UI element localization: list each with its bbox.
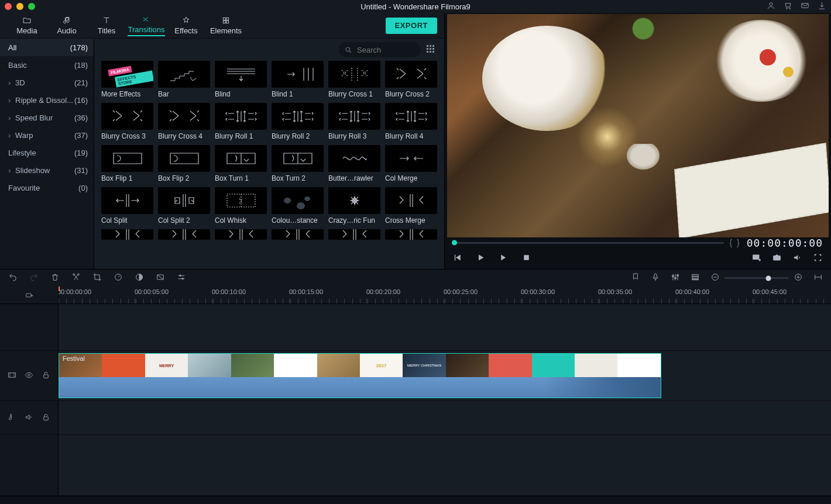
account-icon[interactable] <box>767 1 775 12</box>
tab-elements[interactable]: Elements <box>206 13 246 39</box>
preview-scrubber[interactable] <box>453 242 724 244</box>
transition-item[interactable]: Cross Merge <box>385 187 437 225</box>
track-mute-toggle[interactable] <box>25 413 33 423</box>
category-item[interactable]: Basic(18) <box>0 56 94 74</box>
timeline-scrollbar[interactable] <box>0 496 831 504</box>
transition-item[interactable]: Box Flip 1 <box>101 145 153 182</box>
track-lock-toggle[interactable] <box>42 371 50 381</box>
preview-video[interactable] <box>447 14 829 237</box>
transition-item[interactable]: Blurry Cross 3 <box>101 103 153 140</box>
ruler-tick: 00:00:15:00 <box>289 288 323 295</box>
minimize-window-button[interactable] <box>16 3 23 10</box>
search-input[interactable] <box>356 45 414 55</box>
category-item[interactable]: ›Ripple & Dissol...(16) <box>0 91 94 109</box>
category-item[interactable]: Favourite(0) <box>0 179 94 196</box>
mixer-button[interactable] <box>671 272 680 284</box>
track-empty[interactable] <box>59 304 831 350</box>
category-item[interactable]: ›Speed Blur(36) <box>0 109 94 126</box>
speed-button[interactable] <box>114 272 123 284</box>
category-item[interactable]: Lifestyle(19) <box>0 144 94 161</box>
tab-titles[interactable]: Titles <box>87 13 126 39</box>
tab-effects[interactable]: Effects <box>166 13 206 39</box>
grid-view-icon[interactable] <box>427 45 436 54</box>
greenscreen-button[interactable] <box>156 272 165 284</box>
zoom-fit-button[interactable] <box>813 272 823 284</box>
snapshot-icon[interactable] <box>772 253 782 264</box>
transition-label: Crazy…ric Fun <box>328 216 380 225</box>
close-window-button[interactable] <box>5 3 12 10</box>
volume-icon[interactable] <box>792 253 802 264</box>
transition-item[interactable]: Crazy…ric Fun <box>328 187 380 225</box>
zoom-in-button[interactable] <box>794 272 803 284</box>
category-item[interactable]: ›Warp(37) <box>0 126 94 144</box>
transition-item[interactable]: Blurry Roll 2 <box>272 103 324 140</box>
transition-item[interactable]: Blurry Roll 4 <box>385 103 437 140</box>
transition-item[interactable]: Box Turn 2 <box>272 145 324 182</box>
transition-item[interactable]: Box Flip 2 <box>158 145 210 182</box>
transition-item[interactable]: FILMORAEFFECTS STOREMore Effects <box>101 61 153 98</box>
transition-item[interactable]: Blurry Cross 1 <box>328 61 380 98</box>
prev-frame-button[interactable] <box>453 253 463 264</box>
transition-item[interactable]: Blurry Roll 3 <box>328 103 380 140</box>
transition-item[interactable]: Butter…rawler <box>328 145 380 182</box>
zoom-slider[interactable] <box>724 277 789 279</box>
category-item[interactable]: All(178) <box>0 39 94 56</box>
color-button[interactable] <box>135 272 144 284</box>
redo-button[interactable] <box>29 272 39 284</box>
mail-icon[interactable] <box>801 1 809 12</box>
crop-button[interactable] <box>92 272 102 284</box>
tab-media[interactable]: Media <box>7 13 47 39</box>
transition-item[interactable]: Blurry Cross 4 <box>158 103 210 140</box>
transition-item[interactable] <box>215 229 267 240</box>
video-clip[interactable]: Festival MERRY 2017 MERRY CHRISTMAS <box>59 353 661 398</box>
delete-button[interactable] <box>50 272 60 284</box>
transition-item[interactable]: Blind <box>215 61 267 98</box>
transition-item[interactable] <box>101 229 153 240</box>
transition-item[interactable]: Box Turn 1 <box>215 145 267 182</box>
category-item[interactable]: ›3D(21) <box>0 74 94 91</box>
transition-item[interactable]: Col Merge <box>385 145 437 182</box>
svg-rect-32 <box>9 372 15 377</box>
render-preview-icon[interactable] <box>751 253 761 264</box>
transition-item[interactable]: Blurry Roll 1 <box>215 103 267 140</box>
tab-transitions[interactable]: Transitions <box>126 13 166 39</box>
play-forward-button[interactable] <box>499 253 509 264</box>
timeline-ruler[interactable]: 00:00:00:0000:00:05:0000:00:10:0000:00:1… <box>59 286 831 303</box>
transition-label: Box Flip 2 <box>158 174 210 182</box>
timeline-toolbar <box>0 269 831 286</box>
play-button[interactable] <box>476 253 486 264</box>
adjust-button[interactable] <box>177 272 186 284</box>
transition-item[interactable]: Col Whisk <box>215 187 267 225</box>
marker-button[interactable] <box>631 272 640 284</box>
zoom-out-button[interactable] <box>710 272 720 284</box>
transition-item[interactable]: Blind 1 <box>272 61 324 98</box>
download-icon[interactable] <box>818 1 826 12</box>
transition-item[interactable]: Col Split 2 <box>158 187 210 225</box>
transition-item[interactable] <box>328 229 380 240</box>
transition-item[interactable] <box>385 229 437 240</box>
undo-button[interactable] <box>8 272 18 284</box>
transition-item[interactable]: Bar <box>158 61 210 98</box>
manage-tracks-button[interactable] <box>691 272 700 284</box>
split-button[interactable] <box>71 272 81 284</box>
tab-audio[interactable]: Audio <box>47 13 87 39</box>
video-track[interactable]: Festival MERRY 2017 MERRY CHRISTMAS <box>59 351 831 401</box>
search-input-wrap[interactable] <box>339 42 421 57</box>
record-vo-button[interactable] <box>651 272 660 284</box>
track-lock-toggle-audio[interactable] <box>42 413 50 423</box>
category-item[interactable]: ›Slideshow(31) <box>0 161 94 179</box>
stop-button[interactable] <box>521 253 531 264</box>
transition-item[interactable] <box>272 229 324 240</box>
cart-icon[interactable] <box>784 1 792 12</box>
fullscreen-window-button[interactable] <box>28 3 35 10</box>
transition-item[interactable]: Colou…stance <box>272 187 324 225</box>
add-track-button[interactable] <box>0 286 59 303</box>
track-visible-toggle[interactable] <box>25 371 33 381</box>
transition-item[interactable]: Col Split <box>101 187 153 225</box>
transition-label: Blurry Roll 3 <box>328 132 380 140</box>
export-button[interactable]: EXPORT <box>386 18 437 34</box>
transition-item[interactable] <box>158 229 210 240</box>
audio-track[interactable] <box>59 401 831 434</box>
transition-item[interactable]: Blurry Cross 2 <box>385 61 437 98</box>
fullscreen-icon[interactable] <box>813 253 823 264</box>
